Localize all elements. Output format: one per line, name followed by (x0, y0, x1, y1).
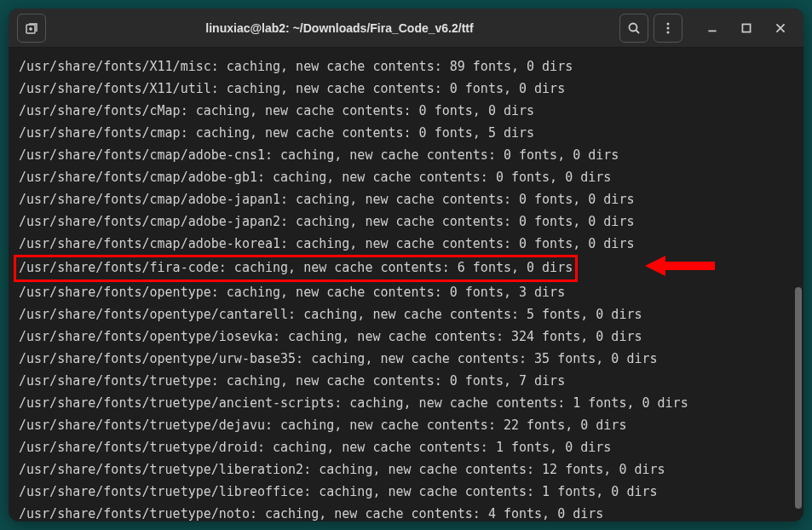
terminal-line: /usr/share/fonts/truetype/noto: caching,… (19, 504, 793, 521)
terminal-line: /usr/share/fonts/X11/misc: caching, new … (19, 56, 793, 78)
terminal-line: /usr/share/fonts/cmap/adobe-gb1: caching… (19, 167, 793, 189)
scrollbar-track[interactable] (793, 56, 802, 516)
search-button[interactable] (619, 14, 648, 43)
maximize-icon (740, 21, 753, 35)
kebab-icon (661, 21, 675, 35)
terminal-output[interactable]: /usr/share/fonts/X11/misc: caching, new … (9, 48, 803, 521)
terminal-line: /usr/share/fonts/truetype: caching, new … (19, 371, 793, 393)
search-icon (627, 21, 641, 35)
terminal-line: /usr/share/fonts/cmap: caching, new cach… (19, 123, 793, 145)
svg-point-4 (667, 31, 670, 33)
terminal-line: /usr/share/fonts/cmap/adobe-japan2: cach… (19, 211, 793, 233)
terminal-line: /usr/share/fonts/opentype/urw-base35: ca… (19, 349, 793, 371)
new-tab-button[interactable] (17, 14, 46, 43)
scrollbar-thumb[interactable] (795, 287, 802, 509)
window-controls (698, 14, 795, 43)
terminal-line: /usr/share/fonts/opentype: caching, new … (19, 282, 793, 304)
arrow-left-icon (645, 254, 715, 278)
svg-point-2 (667, 22, 670, 25)
terminal-line: /usr/share/fonts/truetype/libreoffice: c… (19, 481, 793, 504)
svg-point-3 (667, 26, 670, 29)
terminal-line: /usr/share/fonts/truetype/droid: caching… (19, 437, 793, 459)
new-tab-icon (25, 21, 38, 35)
titlebar-right (619, 14, 795, 43)
terminal-line: /usr/share/fonts/truetype/liberation2: c… (19, 459, 793, 481)
titlebar: linuxiac@lab2: ~/Downloads/Fira_Code_v6.… (9, 9, 803, 48)
minimize-button[interactable] (698, 14, 727, 43)
terminal-line: /usr/share/fonts/cMap: caching, new cach… (19, 101, 793, 123)
close-button[interactable] (766, 14, 795, 43)
svg-point-1 (630, 23, 637, 31)
close-icon (774, 21, 787, 35)
terminal-line: /usr/share/fonts/X11/util: caching, new … (19, 78, 793, 101)
window-title: linuxiac@lab2: ~/Downloads/Fira_Code_v6.… (60, 21, 619, 35)
terminal-line: /usr/share/fonts/cmap/adobe-cns1: cachin… (19, 145, 793, 167)
terminal-line: /usr/share/fonts/cmap/adobe-korea1: cach… (19, 233, 793, 256)
maximize-button[interactable] (732, 14, 761, 43)
terminal-line: /usr/share/fonts/opentype/iosevka: cachi… (19, 326, 793, 349)
terminal-line: /usr/share/fonts/truetype/ancient-script… (19, 393, 793, 415)
highlight-arrow (645, 254, 715, 280)
terminal-line: /usr/share/fonts/truetype/dejavu: cachin… (19, 415, 793, 437)
terminal-line: /usr/share/fonts/opentype/cantarell: cac… (19, 304, 793, 326)
menu-button[interactable] (654, 14, 682, 43)
terminal-line-highlighted: /usr/share/fonts/fira-code: caching, new… (14, 255, 578, 282)
titlebar-left (17, 14, 60, 43)
svg-rect-5 (742, 24, 750, 32)
terminal-line: /usr/share/fonts/cmap/adobe-japan1: cach… (19, 189, 793, 211)
minimize-icon (705, 21, 719, 35)
